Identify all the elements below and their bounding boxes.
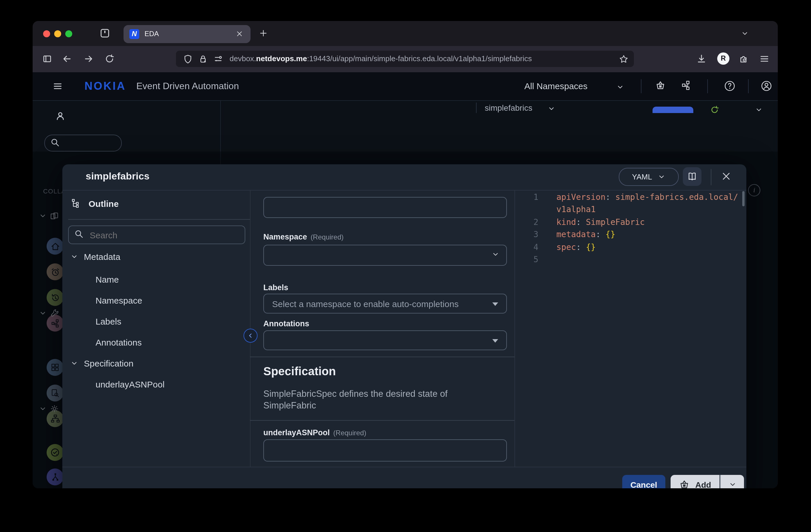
- header-divider: [641, 79, 641, 93]
- line-number: 2: [515, 217, 538, 227]
- app-menu-icon[interactable]: [52, 81, 63, 91]
- editor-line[interactable]: v1alpha1: [515, 205, 746, 217]
- namespace-select[interactable]: [263, 245, 507, 266]
- new-tab-button[interactable]: [259, 29, 268, 38]
- editor-line[interactable]: 4spec: {}: [515, 242, 746, 255]
- outline-divider: [68, 219, 250, 220]
- sidebar-search-input[interactable]: [44, 135, 122, 152]
- transactions-icon[interactable]: [680, 80, 691, 91]
- outline-item-namespace[interactable]: Namespace: [95, 291, 142, 309]
- outline-item-label: Specification: [84, 358, 134, 368]
- outline-item-metadata[interactable]: Metadata: [71, 248, 120, 265]
- firefox-view-icon[interactable]: [99, 27, 111, 39]
- line-number: 3: [515, 230, 538, 239]
- editor-scrollbar[interactable]: [742, 191, 745, 206]
- eda-favicon: N: [129, 29, 139, 39]
- menu-icon[interactable]: [759, 54, 770, 64]
- cancel-button[interactable]: Cancel: [622, 475, 665, 488]
- basket-icon[interactable]: [655, 80, 666, 91]
- section-divider: [250, 420, 515, 421]
- underlay-asnpool-field[interactable]: [263, 439, 507, 461]
- docs-book-button[interactable]: [683, 167, 702, 186]
- outline-item-name[interactable]: Name: [95, 270, 119, 288]
- editor-line[interactable]: 3metadata: {}: [515, 230, 746, 242]
- labels-placeholder: Select a namespace to enable auto-comple…: [272, 294, 459, 313]
- chevron-left-icon: [247, 332, 254, 339]
- breadcrumb-chevron-icon[interactable]: [548, 105, 555, 112]
- container-icon[interactable]: [213, 54, 223, 64]
- chevron-down-icon: [658, 173, 665, 181]
- yaml-editor[interactable]: 1apiVersion: simple-fabrics.eda.local/v1…: [515, 190, 746, 467]
- outline-tree-icon: [71, 198, 81, 209]
- collapse-chevron-icon[interactable]: [755, 106, 763, 113]
- zoom-window-button[interactable]: [65, 30, 72, 37]
- name-field[interactable]: [263, 197, 507, 218]
- annotations-dropdown[interactable]: [263, 330, 507, 350]
- outline-heading: Outline: [71, 198, 119, 209]
- forward-icon[interactable]: [83, 54, 94, 64]
- search-icon: [74, 229, 84, 239]
- header-divider: [707, 79, 708, 93]
- outline-item-label: underlayASNPool: [95, 379, 165, 389]
- line-number: 1: [515, 192, 538, 202]
- close-window-button[interactable]: [43, 30, 50, 37]
- help-icon[interactable]: [724, 80, 736, 92]
- tab-eda[interactable]: N EDA: [123, 25, 250, 43]
- extensions-icon[interactable]: [738, 54, 749, 64]
- format-select-value: YAML: [632, 172, 652, 181]
- outline-item-underlayasnpool[interactable]: underlayASNPool: [95, 375, 165, 393]
- browser-window: N EDA devbox.netdevops.me:19443/ui/app/m…: [33, 21, 778, 488]
- breadcrumb-divider: [476, 103, 477, 113]
- namespace-selector[interactable]: All Namespaces: [524, 81, 587, 91]
- back-icon[interactable]: [62, 54, 72, 64]
- nokia-logo: NOKIA: [85, 80, 126, 93]
- outline-search-input[interactable]: [89, 227, 236, 242]
- window-icon[interactable]: [42, 54, 52, 64]
- basket-icon: [679, 479, 690, 488]
- modal-header-divider: [711, 169, 711, 185]
- line-number: 5: [515, 255, 538, 264]
- reload-icon[interactable]: [104, 54, 115, 64]
- outline-item-annotations[interactable]: Annotations: [95, 333, 141, 351]
- section-divider: [250, 356, 515, 357]
- collapse-panel-button[interactable]: [244, 329, 258, 343]
- caret-down-icon: [492, 302, 498, 306]
- url-text[interactable]: devbox.netdevops.me:19443/ui/app/main/si…: [230, 54, 532, 63]
- shield-icon[interactable]: [183, 54, 193, 64]
- url-bar[interactable]: devbox.netdevops.me:19443/ui/app/main/si…: [176, 51, 634, 67]
- outline-search[interactable]: [68, 226, 245, 244]
- close-modal-icon[interactable]: [721, 171, 731, 181]
- user-icon[interactable]: [760, 80, 772, 92]
- chevron-down-icon[interactable]: [71, 359, 78, 367]
- outline-item-labels[interactable]: Labels: [95, 312, 121, 330]
- editor-line[interactable]: 1apiVersion: simple-fabrics.eda.local/: [515, 192, 746, 205]
- outline-item-label: Annotations: [95, 337, 141, 347]
- chevron-down-icon: [492, 250, 499, 258]
- header-divider: [748, 79, 749, 93]
- bookmark-star-icon[interactable]: [619, 54, 629, 64]
- breadcrumb[interactable]: simplefabrics: [485, 103, 532, 112]
- browser-toolbar: devbox.netdevops.me:19443/ui/app/main/si…: [33, 46, 778, 73]
- profile-badge[interactable]: R: [717, 52, 730, 65]
- list-tabs-icon[interactable]: [741, 30, 749, 37]
- add-options-button[interactable]: [720, 475, 744, 488]
- create-button[interactable]: [653, 107, 693, 113]
- minimize-window-button[interactable]: [54, 30, 61, 37]
- outline-item-specification[interactable]: Specification: [71, 354, 134, 372]
- add-button[interactable]: Add: [671, 475, 720, 488]
- namespace-chevron-icon[interactable]: [616, 83, 624, 91]
- screenshot-stage: N EDA devbox.netdevops.me:19443/ui/app/m…: [0, 0, 811, 532]
- tab-title: EDA: [144, 30, 159, 38]
- format-select[interactable]: YAML: [619, 168, 679, 186]
- editor-line[interactable]: 2kind: SimpleFabric: [515, 217, 746, 230]
- refresh-icon[interactable]: [709, 105, 720, 115]
- chevron-down-icon[interactable]: [71, 253, 78, 260]
- close-tab-icon[interactable]: [235, 30, 244, 38]
- editor-line[interactable]: 5: [515, 255, 746, 267]
- downloads-icon[interactable]: [696, 54, 707, 64]
- lock-warning-icon[interactable]: [198, 54, 208, 64]
- footer-divider: [62, 467, 746, 467]
- person-icon[interactable]: [55, 111, 66, 122]
- labels-dropdown[interactable]: Select a namespace to enable auto-comple…: [263, 294, 507, 314]
- outline-item-label: Labels: [95, 316, 121, 326]
